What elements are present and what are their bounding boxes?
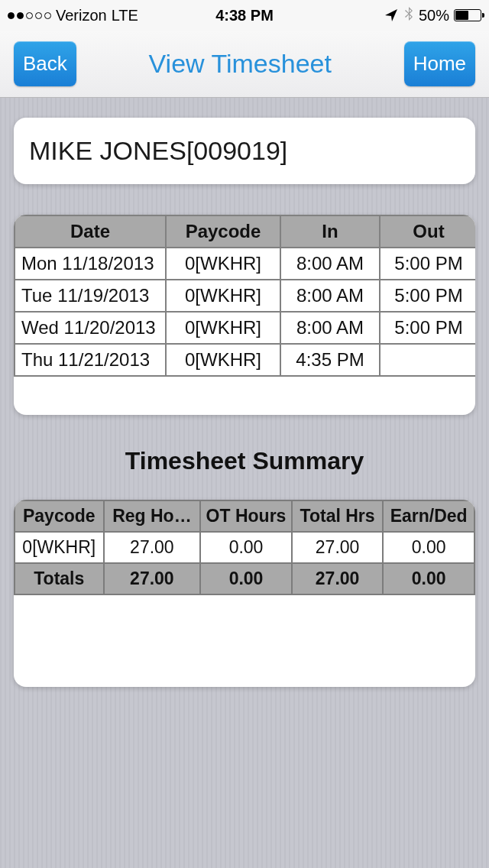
network-label: LTE [112,7,138,24]
timesheet-row[interactable]: Wed 11/20/20130[WKHR]8:00 AM5:00 PM [15,312,475,344]
cell-out: 5:00 PM [380,312,475,344]
cell-totals-earn: 0.00 [383,563,474,594]
cell-in: 8:00 AM [280,280,380,312]
summary-header-row: Paycode Reg Ho… OT Hours Total Hrs Earn/… [15,500,474,532]
timesheet-table: Date Paycode In Out E Mon 11/18/20130[WK… [14,215,475,377]
status-bar: Verizon LTE 4:38 PM 50% [0,0,489,31]
cell-sum-paycode: 0[WKHR] [15,532,104,563]
timesheet-row[interactable]: Mon 11/18/20130[WKHR]8:00 AM5:00 PM [15,248,475,280]
status-right: 50% [384,6,481,25]
content: MIKE JONES[009019] Date Paycode In Out E [0,98,489,687]
cell-date: Thu 11/21/2013 [15,344,166,376]
employee-name: MIKE JONES[009019] [29,136,460,166]
location-icon [384,8,399,23]
timesheet-scroll[interactable]: Date Paycode In Out E Mon 11/18/20130[WK… [14,215,475,377]
timesheet-row[interactable]: Thu 11/21/20130[WKHR]4:35 PM [15,344,475,376]
cell-date: Wed 11/20/2013 [15,312,166,344]
col-header-earn-ded: Earn/Ded [383,500,474,532]
cell-date: Tue 11/19/2013 [15,280,166,312]
col-header-in: In [280,215,380,248]
status-left: Verizon LTE [8,7,138,24]
cell-reg-hours: 27.00 [104,532,201,563]
battery-icon [454,9,481,21]
cell-in: 8:00 AM [280,248,380,280]
timesheet-card: Date Paycode In Out E Mon 11/18/20130[WK… [14,215,475,415]
summary-table: Paycode Reg Ho… OT Hours Total Hrs Earn/… [14,500,475,595]
timesheet-row[interactable]: Tue 11/19/20130[WKHR]8:00 AM5:00 PM [15,280,475,312]
home-button[interactable]: Home [404,41,475,86]
summary-card: Paycode Reg Ho… OT Hours Total Hrs Earn/… [14,500,475,687]
battery-pct: 50% [419,7,449,24]
col-header-total-hrs: Total Hrs [292,500,384,532]
cell-date: Mon 11/18/2013 [15,248,166,280]
cell-out: 5:00 PM [380,280,475,312]
cell-paycode: 0[WKHR] [166,280,280,312]
cell-totals-total: 27.00 [292,563,384,594]
cell-totals-label: Totals [15,563,104,594]
cell-in[interactable]: 4:35 PM [280,344,380,376]
col-header-ot-hours: OT Hours [200,500,292,532]
signal-dots-icon [8,12,51,19]
summary-row: 0[WKHR]27.000.0027.000.00 [15,532,474,563]
page-title: View Timesheet [149,49,332,79]
cell-ot-hours: 0.00 [200,532,292,563]
nav-bar: Back View Timesheet Home [0,31,489,98]
col-header-paycode: Paycode [166,215,280,248]
col-header-date: Date [15,215,166,248]
col-header-reg-hours: Reg Ho… [104,500,201,532]
back-button[interactable]: Back [14,41,76,86]
cell-paycode: 0[WKHR] [166,344,280,376]
cell-total-hrs: 27.00 [292,532,384,563]
summary-title: Timesheet Summary [14,447,475,475]
cell-paycode: 0[WKHR] [166,248,280,280]
bluetooth-icon [403,6,414,25]
carrier-label: Verizon [56,7,107,24]
col-header-sum-paycode: Paycode [15,500,104,532]
employee-card: MIKE JONES[009019] [14,118,475,184]
cell-out [380,344,475,376]
col-header-out: Out [380,215,475,248]
cell-out: 5:00 PM [380,248,475,280]
cell-in: 8:00 AM [280,312,380,344]
cell-totals-ot: 0.00 [200,563,292,594]
cell-paycode: 0[WKHR] [166,312,280,344]
status-time: 4:38 PM [215,7,274,24]
timesheet-header-row: Date Paycode In Out E [15,215,475,248]
cell-earn-ded: 0.00 [383,532,474,563]
cell-totals-reg: 27.00 [104,563,201,594]
summary-totals-row: Totals27.000.0027.000.00 [15,563,474,594]
